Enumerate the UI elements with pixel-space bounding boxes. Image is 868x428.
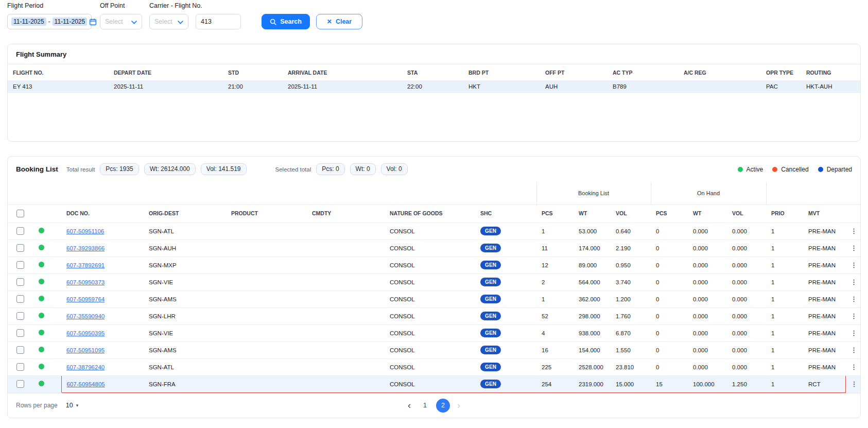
carrier-flight-no-label: Carrier - Flight No. xyxy=(149,2,241,9)
prio-cell: 1 xyxy=(766,290,803,307)
page-button-1[interactable]: 1 xyxy=(418,399,432,413)
doc-no-link[interactable]: 607-37892691 xyxy=(66,262,105,268)
oh-vol-cell: 0.000 xyxy=(727,341,766,358)
booking-list-title: Booking List xyxy=(16,165,58,173)
product-cell xyxy=(226,222,307,239)
row-checkbox[interactable] xyxy=(16,346,24,354)
doc-no-link[interactable]: 607-50954805 xyxy=(67,381,105,387)
bl-wt-cell: 298.000 xyxy=(574,307,611,324)
chevron-down-icon xyxy=(131,17,137,26)
row-actions-kebab-icon[interactable]: ⋮ xyxy=(850,295,857,303)
doc-no-link[interactable]: 607-39293866 xyxy=(66,245,105,251)
row-actions-kebab-icon[interactable]: ⋮ xyxy=(850,278,857,286)
oh-pcs-cell: 0 xyxy=(651,256,688,273)
row-checkbox[interactable] xyxy=(16,261,24,269)
product-cell xyxy=(226,324,307,341)
search-button[interactable]: Search xyxy=(262,14,310,29)
status-dot-active xyxy=(39,279,44,284)
row-checkbox[interactable] xyxy=(16,312,24,320)
row-actions-kebab-icon[interactable]: ⋮ xyxy=(850,363,857,371)
row-actions-kebab-icon[interactable]: ⋮ xyxy=(850,329,857,337)
selected-total-label: Selected total xyxy=(275,166,311,173)
doc-no-link[interactable]: 607-50950373 xyxy=(66,279,105,285)
row-checkbox[interactable] xyxy=(16,329,24,337)
oh-vol-cell: 0.000 xyxy=(727,290,766,307)
row-actions-kebab-icon[interactable]: ⋮ xyxy=(850,244,857,252)
clear-button[interactable]: ✕ Clear xyxy=(316,14,362,29)
doc-no-link[interactable]: 607-50959764 xyxy=(66,296,105,302)
row-actions-kebab-icon[interactable]: ⋮ xyxy=(850,227,857,235)
flight-summary-body: EY 4132025-11-1121:002025-11-1122:00HKTA… xyxy=(8,81,860,93)
oh-pcs-cell: 0 xyxy=(651,324,688,341)
booking-column-header: CMDTY xyxy=(307,204,385,222)
booking-list-panel: Booking List Total result Pcs: 1935 Wt: … xyxy=(7,156,861,418)
bl-wt-cell: 938.000 xyxy=(574,324,611,341)
doc-no-link[interactable]: 607-50951095 xyxy=(66,347,105,353)
previous-page-button[interactable]: ‹ xyxy=(407,401,412,410)
rows-per-page-select[interactable]: 10 ▾ xyxy=(66,402,78,409)
product-cell xyxy=(226,256,307,273)
date-to-value[interactable]: 11-11-2025 xyxy=(53,18,88,26)
oh-pcs-cell: 0 xyxy=(651,307,688,324)
shc-badge: GEN xyxy=(480,261,501,269)
row-actions-kebab-icon[interactable]: ⋮ xyxy=(851,380,858,388)
shc-badge: GEN xyxy=(480,244,501,252)
flight-summary-empty-area xyxy=(8,93,860,141)
oh-wt-cell: 0.000 xyxy=(688,324,727,341)
flight-no-input[interactable] xyxy=(196,14,241,29)
off-point-select[interactable]: Select xyxy=(100,14,142,29)
bl-wt-cell: 53.000 xyxy=(574,222,611,239)
group-header-on-hand: On Hand xyxy=(651,182,766,204)
row-checkbox[interactable] xyxy=(16,278,24,286)
bl-wt-cell: 362.000 xyxy=(574,290,611,307)
status-dot-active xyxy=(39,262,44,267)
row-actions-kebab-icon[interactable]: ⋮ xyxy=(850,346,857,354)
booking-header-row: DOC NO.ORIG-DESTPRODUCTCMDTYNATURE OF GO… xyxy=(8,204,860,222)
doc-no-link[interactable]: 607-38796240 xyxy=(66,364,105,370)
row-checkbox[interactable] xyxy=(16,227,24,235)
row-actions-kebab-icon[interactable]: ⋮ xyxy=(850,261,857,269)
page: Flight Period 11-11-2025 - 11-11-2025 Of… xyxy=(0,0,868,418)
shc-badge: GEN xyxy=(480,380,501,388)
row-checkbox[interactable] xyxy=(16,380,24,388)
bl-wt-cell: 174.000 xyxy=(574,239,611,256)
bl-vol-cell: 23.810 xyxy=(611,358,651,375)
row-checkbox[interactable] xyxy=(16,363,24,371)
page-button-2[interactable]: 2 xyxy=(436,399,450,413)
booking-body: 607-50951106SGN-ATLCONSOLGEN153.0000.640… xyxy=(8,222,860,392)
booking-row: 607-39293866SGN-AUHCONSOLGEN11174.0002.1… xyxy=(8,239,860,256)
search-button-label: Search xyxy=(280,18,302,25)
status-dot-active xyxy=(39,347,44,352)
nature-of-goods-cell: CONSOL xyxy=(385,256,475,273)
doc-no-link[interactable]: 607-35590940 xyxy=(66,313,105,319)
booking-column-header: PRODUCT xyxy=(226,204,307,222)
status-dot-active xyxy=(39,296,44,301)
booking-column-header: PRIO xyxy=(766,204,803,222)
flight-period-input[interactable]: 11-11-2025 - 11-11-2025 xyxy=(7,14,92,29)
carrier-select[interactable]: Select xyxy=(149,14,188,29)
select-all-checkbox[interactable] xyxy=(16,210,24,217)
fs-cell: 2025-11-11 xyxy=(109,81,223,93)
booking-column-header: DOC NO. xyxy=(61,204,144,222)
product-cell xyxy=(226,341,307,358)
next-page-button[interactable]: › xyxy=(456,401,461,410)
oh-wt-cell: 0.000 xyxy=(688,239,727,256)
date-from-value[interactable]: 11-11-2025 xyxy=(11,18,46,26)
row-actions-kebab-icon[interactable]: ⋮ xyxy=(850,312,857,320)
cmdty-cell xyxy=(307,375,385,392)
oh-vol-cell: 0.000 xyxy=(727,222,766,239)
calendar-icon[interactable] xyxy=(89,18,97,26)
doc-no-link[interactable]: 607-50951106 xyxy=(66,228,104,234)
fs-cell: PAC xyxy=(761,81,801,93)
status-dot-active xyxy=(39,381,44,386)
doc-no-link[interactable]: 607-50950395 xyxy=(66,330,105,336)
fs-cell: EY 413 xyxy=(8,81,109,93)
group-header-booking-list: Booking List xyxy=(536,182,651,204)
booking-row: 607-38796240SGN-ATLCONSOLGEN2252528.0002… xyxy=(8,358,860,375)
row-checkbox[interactable] xyxy=(16,244,24,252)
total-pcs-badge: Pcs: 1935 xyxy=(100,163,138,175)
flight-summary-table: FLIGHT NO.DEPART DATESTDARRIVAL DATESTAB… xyxy=(8,64,860,93)
chevron-down-icon xyxy=(178,17,183,26)
prio-cell: 1 xyxy=(766,324,803,341)
row-checkbox[interactable] xyxy=(16,295,24,303)
